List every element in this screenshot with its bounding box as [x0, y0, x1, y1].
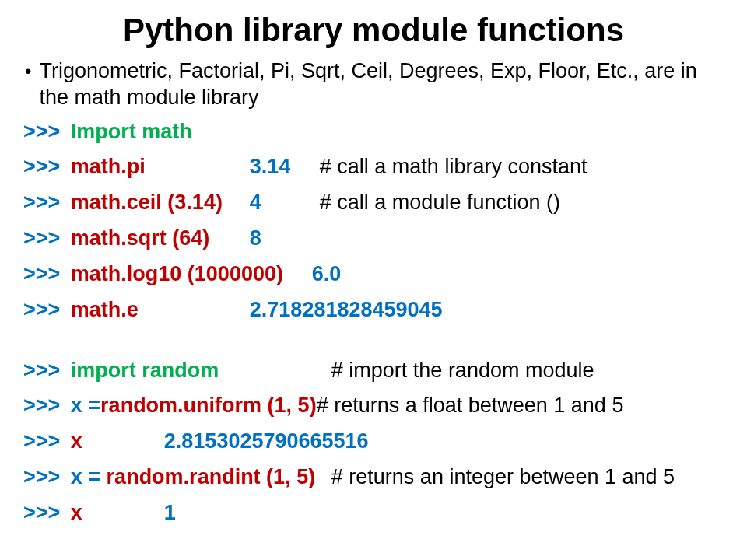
- line-x2: >>> x 1: [23, 497, 724, 530]
- comment-randint: # returns an integer between 1 and 5: [331, 461, 675, 494]
- line-import-math: >>> Import math: [23, 116, 724, 149]
- val-x1: 2.8153025790665516: [164, 425, 369, 458]
- comment-math-pi: # call a math library constant: [320, 151, 587, 184]
- bullet-text: Trigonometric, Factorial, Pi, Sqrt, Ceil…: [39, 58, 724, 111]
- cmd-math-ceil: math.ceil (3.14): [71, 191, 223, 214]
- cmd-math-e: math.e: [71, 298, 139, 321]
- cmd-math-pi: math.pi: [71, 155, 146, 178]
- cmd-x1: x: [71, 429, 82, 453]
- val-math-log10: 6.0: [312, 258, 342, 291]
- cmd-math-sqrt: math.sqrt (64): [71, 226, 210, 250]
- bullet-intro: • Trigonometric, Factorial, Pi, Sqrt, Ce…: [23, 58, 724, 111]
- bullet-icon: •: [25, 58, 31, 85]
- var-x-uniform: x =: [71, 390, 100, 422]
- spacer: [23, 330, 724, 352]
- val-x2: 1: [164, 497, 176, 530]
- prompt: >>>: [23, 355, 66, 387]
- cmd-x2: x: [71, 501, 82, 524]
- slide-title: Python library module functions: [23, 12, 724, 49]
- comment-math-ceil: # call a module function (): [320, 187, 560, 219]
- line-math-log10: >>> math.log10 (1000000) 6.0: [23, 258, 724, 291]
- prompt: >>>: [23, 258, 66, 291]
- line-math-ceil: >>> math.ceil (3.14) 4 # call a module f…: [23, 187, 724, 219]
- prompt: >>>: [23, 294, 66, 327]
- line-randint: >>> x = random.randint (1, 5) # returns …: [23, 461, 724, 494]
- val-math-e: 2.718281828459045: [250, 294, 443, 327]
- val-math-sqrt: 8: [250, 222, 261, 255]
- prompt: >>>: [23, 222, 66, 255]
- prompt: >>>: [23, 461, 66, 494]
- line-x1: >>> x 2.8153025790665516: [23, 425, 724, 458]
- slide: Python library module functions • Trigon…: [0, 0, 747, 548]
- cmd-import-math: Import math: [71, 116, 192, 149]
- comment-import-random: # import the random module: [331, 355, 594, 387]
- val-math-ceil: 4: [250, 191, 261, 214]
- line-math-pi: >>> math.pi 3.14 # call a math library c…: [23, 151, 724, 184]
- line-math-e: >>> math.e 2.718281828459045: [23, 294, 724, 327]
- var-x-randint: x =: [71, 465, 107, 488]
- val-math-pi: 3.14: [250, 155, 291, 178]
- line-math-sqrt: >>> math.sqrt (64) 8: [23, 222, 724, 255]
- prompt: >>>: [23, 116, 66, 149]
- comment-uniform: # returns a float between 1 and 5: [317, 390, 624, 422]
- cmd-randint: random.randint (1, 5): [107, 465, 316, 488]
- cmd-math-log10: math.log10 (1000000): [71, 262, 283, 285]
- cmd-import-random: import random: [71, 359, 219, 382]
- prompt: >>>: [23, 425, 66, 458]
- line-import-random: >>> import random # import the random mo…: [23, 355, 724, 387]
- prompt: >>>: [23, 187, 66, 219]
- prompt: >>>: [23, 390, 66, 422]
- cmd-uniform: random.uniform (1, 5): [100, 390, 317, 422]
- prompt: >>>: [23, 151, 66, 184]
- prompt: >>>: [23, 497, 66, 530]
- line-uniform: >>> x = random.uniform (1, 5) # returns …: [23, 390, 724, 422]
